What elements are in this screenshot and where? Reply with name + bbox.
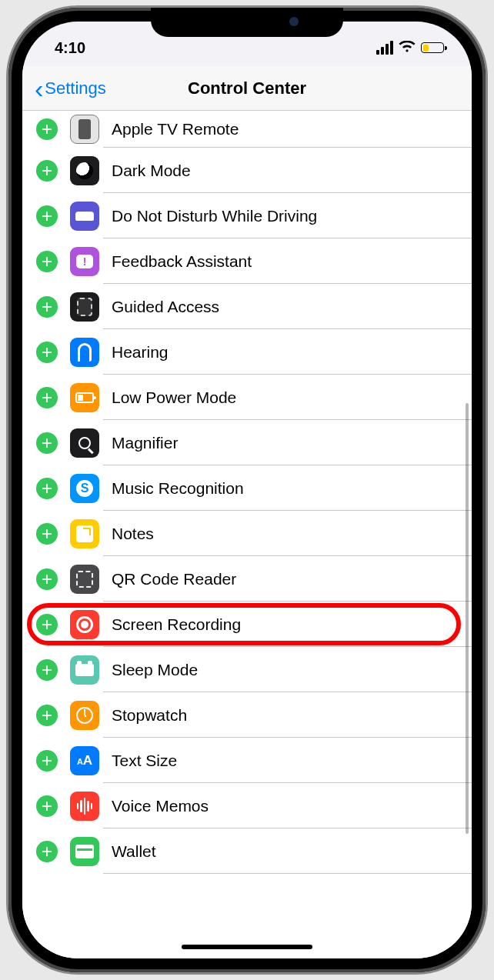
control-label: Dark Mode — [112, 162, 191, 180]
notes-icon — [70, 519, 99, 548]
control-label: Apple TV Remote — [112, 120, 239, 138]
add-button[interactable]: + — [36, 523, 58, 545]
shazam-icon: S — [70, 474, 99, 503]
feedback-icon: ! — [70, 247, 99, 276]
control-row[interactable]: +Apple TV Remote — [22, 111, 472, 148]
wallet-icon — [70, 837, 99, 866]
control-label: Hearing — [112, 343, 169, 362]
control-label: Sleep Mode — [112, 661, 198, 679]
add-button[interactable]: + — [36, 296, 58, 318]
control-label: Feedback Assistant — [112, 252, 252, 271]
control-row[interactable]: +Screen Recording — [22, 602, 472, 647]
add-button[interactable]: + — [36, 118, 58, 140]
control-label: Magnifier — [112, 434, 178, 452]
add-button[interactable]: + — [36, 251, 58, 272]
dark-mode-icon — [70, 156, 99, 185]
battery-icon — [421, 42, 444, 53]
control-label: Music Recognition — [112, 479, 244, 498]
add-button[interactable]: + — [36, 750, 58, 772]
control-label: Do Not Disturb While Driving — [112, 207, 317, 225]
add-button[interactable]: + — [36, 342, 58, 363]
add-button[interactable]: + — [36, 705, 58, 726]
nav-bar: ‹ Settings Control Center — [22, 66, 472, 111]
back-label: Settings — [45, 78, 106, 98]
back-button[interactable]: ‹ Settings — [22, 75, 106, 102]
control-row[interactable]: +Notes — [22, 511, 472, 556]
screen: 4:10 ‹ Settings Control Center +Apple TV… — [22, 22, 472, 958]
control-row[interactable]: +Low Power Mode — [22, 375, 472, 420]
apple-tv-remote-icon — [70, 115, 99, 144]
control-label: Notes — [112, 525, 154, 543]
control-row[interactable]: +Voice Memos — [22, 783, 472, 828]
scrollbar[interactable] — [466, 403, 469, 834]
text-size-icon: AA — [70, 746, 99, 775]
status-time: 4:10 — [55, 39, 85, 57]
control-row[interactable]: +Guided Access — [22, 284, 472, 329]
add-button[interactable]: + — [36, 841, 58, 862]
control-row[interactable]: +Do Not Disturb While Driving — [22, 193, 472, 238]
control-label: Text Size — [112, 752, 177, 770]
control-row[interactable]: +Magnifier — [22, 420, 472, 465]
controls-list[interactable]: +Apple TV Remote+Dark Mode+Do Not Distur… — [22, 111, 472, 958]
guided-access-icon — [70, 292, 99, 322]
voice-memos-icon — [70, 792, 99, 821]
control-row[interactable]: +AAText Size — [22, 738, 472, 783]
control-row[interactable]: +Wallet — [22, 828, 472, 874]
cellular-signal-icon — [376, 41, 393, 55]
add-button[interactable]: + — [36, 478, 58, 499]
control-label: Screen Recording — [112, 615, 241, 634]
control-label: Voice Memos — [112, 797, 209, 815]
add-button[interactable]: + — [36, 659, 58, 681]
page-title: Control Center — [188, 78, 306, 98]
control-row[interactable]: +!Feedback Assistant — [22, 238, 472, 284]
home-indicator[interactable] — [182, 945, 312, 949]
control-row[interactable]: +Sleep Mode — [22, 647, 472, 692]
control-row[interactable]: +Hearing — [22, 329, 472, 375]
notch — [151, 8, 343, 37]
add-button[interactable]: + — [36, 205, 58, 227]
device-frame: 4:10 ‹ Settings Control Center +Apple TV… — [8, 8, 486, 972]
add-button[interactable]: + — [36, 568, 58, 590]
qr-reader-icon — [70, 565, 99, 594]
add-button[interactable]: + — [36, 795, 58, 817]
control-label: Low Power Mode — [112, 388, 236, 407]
control-row[interactable]: +SMusic Recognition — [22, 465, 472, 511]
stopwatch-icon — [70, 701, 99, 730]
sleep-mode-icon — [70, 655, 99, 685]
add-button[interactable]: + — [36, 160, 58, 182]
wifi-icon — [399, 40, 416, 55]
chevron-left-icon: ‹ — [35, 75, 43, 102]
control-label: QR Code Reader — [112, 570, 236, 588]
screen-record-icon — [70, 610, 99, 639]
low-power-icon — [70, 383, 99, 412]
add-button[interactable]: + — [36, 614, 58, 635]
control-label: Wallet — [112, 842, 156, 861]
control-row[interactable]: +Dark Mode — [22, 148, 472, 193]
magnifier-icon — [70, 428, 99, 458]
add-button[interactable]: + — [36, 432, 58, 454]
hearing-icon — [70, 338, 99, 367]
control-row[interactable]: +Stopwatch — [22, 692, 472, 738]
control-label: Stopwatch — [112, 706, 187, 725]
status-indicators — [376, 40, 444, 55]
add-button[interactable]: + — [36, 387, 58, 408]
control-row[interactable]: +QR Code Reader — [22, 556, 472, 602]
dnd-driving-icon — [70, 202, 99, 231]
control-label: Guided Access — [112, 298, 219, 316]
